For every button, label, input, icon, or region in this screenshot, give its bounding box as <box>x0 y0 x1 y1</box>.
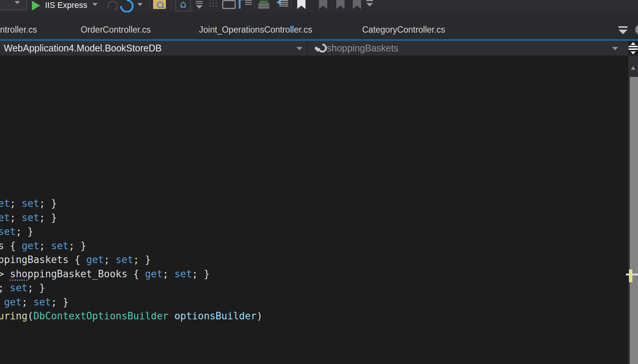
refresh-chevron-down-icon[interactable] <box>137 3 143 6</box>
scrollbar-modified-marker <box>629 269 632 282</box>
code-line: uring(DbContextOptionsBuilder optionsBui… <box>0 309 262 323</box>
code-line: et; set; } <box>0 197 262 211</box>
dots-grid-icon <box>209 0 211 1</box>
chevron-down-icon <box>612 47 618 50</box>
code-line: s { get; set; } <box>0 239 262 253</box>
hot-reload-icon <box>106 0 119 13</box>
frame-nav-icon[interactable] <box>222 0 236 9</box>
scrollbar-thumb[interactable] <box>630 77 638 364</box>
code-line: > shoppingBasket_Books { get; set; } <box>0 267 262 281</box>
member-selector-combobox[interactable]: shoppingBaskets <box>307 41 628 56</box>
document-tab-bar: ntroller.cs OrderController.cs Joint_Ope… <box>0 12 638 39</box>
code-list-icon[interactable] <box>239 0 244 9</box>
member-selector-value: shoppingBaskets <box>327 43 398 54</box>
chevron-down-icon <box>15 1 20 4</box>
home-icon[interactable]: ⌂ <box>176 0 191 11</box>
chevron-down-icon <box>296 47 302 50</box>
run-chevron-down-icon[interactable] <box>92 3 98 6</box>
tab-controller[interactable]: ntroller.cs <box>0 23 37 39</box>
play-icon[interactable] <box>32 1 40 11</box>
bookmark-next-icon <box>336 0 345 9</box>
code-line: set; } <box>0 225 262 239</box>
chevron-down-icon[interactable] <box>196 5 203 9</box>
uncomment-icon[interactable] <box>276 0 281 5</box>
tab-category-controller[interactable]: CategoryController.cs <box>362 23 445 39</box>
code-line: ; set; } <box>0 281 262 295</box>
type-selector-combobox[interactable]: WebApplication4.Model.BookStoreDB <box>0 41 307 56</box>
bookmark-icon[interactable] <box>297 0 305 9</box>
active-files-chevron-icon[interactable] <box>618 26 627 28</box>
toolbar-separator <box>291 0 292 10</box>
editor-splitter-handle[interactable] <box>628 41 638 56</box>
wrench-icon <box>314 44 323 53</box>
run-button-label[interactable]: IIS Express <box>45 0 87 11</box>
navigation-bar: WebApplication4.Model.BookStoreDB shoppi… <box>0 41 628 56</box>
bookmarks-chevron-icon[interactable] <box>366 0 373 1</box>
code-line: ppingBaskets { get; set; } <box>0 253 262 267</box>
toolbar-separator <box>149 0 150 10</box>
toolbar-separator <box>171 0 172 10</box>
standard-toolbar: IIS Express ⌂ <box>0 0 638 12</box>
bookmark-prev-icon <box>319 0 327 9</box>
vertical-scrollbar[interactable] <box>628 56 638 364</box>
configuration-combobox[interactable] <box>0 0 27 10</box>
scroll-up-arrow-icon[interactable] <box>631 66 635 70</box>
code-line: et; set; } <box>0 211 262 225</box>
tab-order-controller[interactable]: OrderController.cs <box>81 23 151 39</box>
type-selector-value: WebApplication4.Model.BookStoreDB <box>4 43 162 54</box>
visual-studio-window: IIS Express ⌂ ntroller.cs OrderControlle… <box>0 0 638 364</box>
tab-joint-operations-controller[interactable]: Joint_OperationsController.cs <box>199 23 312 39</box>
magnifier-icon <box>157 2 164 8</box>
browse-with-icon[interactable] <box>153 0 166 9</box>
code-line: get; set; } <box>0 295 262 310</box>
code-text: et; set; }et; set; }set; }s { get; set; … <box>0 197 262 323</box>
bookmark-clear-icon <box>353 0 361 9</box>
code-editor[interactable]: et; set; }et; set; }set; }s { get; set; … <box>0 56 628 364</box>
comment-icon[interactable] <box>260 0 268 0</box>
toolbar-separator <box>254 0 254 10</box>
